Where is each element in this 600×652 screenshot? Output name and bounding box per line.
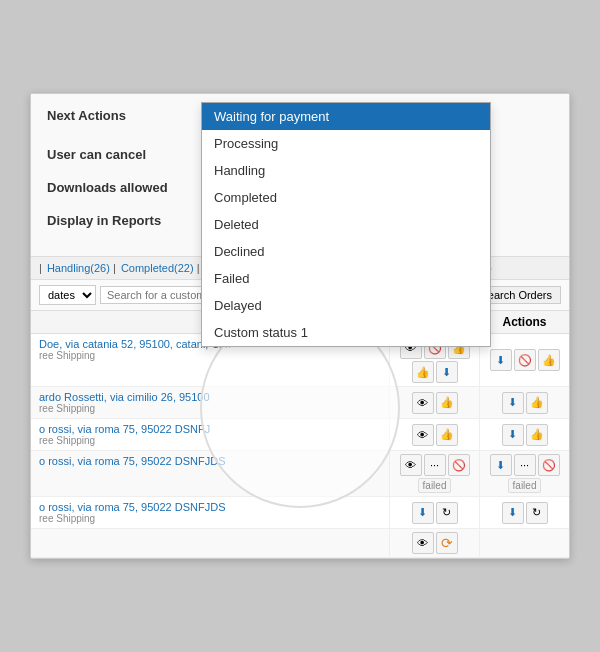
spinner-btn-6[interactable]: ⟳ <box>436 532 458 554</box>
next-actions-label: Next Actions <box>47 108 207 123</box>
order-info-3: o rossi, via roma 75, 95022 DSNFJ ree Sh… <box>31 419 389 450</box>
r-arrow-btn-3[interactable]: ⬇ <box>502 424 524 446</box>
dropdown-item-completed[interactable]: Completed <box>202 184 490 211</box>
tab-sep2: | <box>113 262 119 274</box>
user-can-cancel-label: User can cancel <box>47 147 207 162</box>
table-row: o rossi, via roma 75, 95022 DSNFJDS 👁 ··… <box>31 451 569 497</box>
order-info-4: o rossi, via roma 75, 95022 DSNFJDS <box>31 451 389 496</box>
table-row: 👁 ⟳ <box>31 529 569 558</box>
downloads-allowed-label: Downloads allowed <box>47 180 207 195</box>
order-info-2: ardo Rossetti, via cimilio 26, 95100 ree… <box>31 387 389 418</box>
tab-handling[interactable]: Handling(26) <box>47 262 110 274</box>
r-arrow-btn-5[interactable]: ⬇ <box>502 502 524 524</box>
order-actions-2: 👁 👍 <box>389 387 479 418</box>
view-btn-4[interactable]: 👁 <box>400 454 422 476</box>
dropdown-item-declined[interactable]: Declined <box>202 238 490 265</box>
order-link-2[interactable]: ardo Rossetti, via cimilio 26, 95100 <box>39 391 381 403</box>
r-ban-btn-1[interactable]: 🚫 <box>514 349 536 371</box>
refresh-btn-5[interactable]: ↻ <box>436 502 458 524</box>
dots-btn-4[interactable]: ··· <box>424 454 446 476</box>
order-actions-3: 👁 👍 <box>389 419 479 450</box>
thumb-btn-3[interactable]: 👍 <box>436 424 458 446</box>
r-arrow-btn-2[interactable]: ⬇ <box>502 392 524 414</box>
order-sub-2: ree Shipping <box>39 403 381 414</box>
failed-badge-4: failed <box>418 478 452 493</box>
main-container: Next Actions User can cancel Downloads a… <box>30 93 570 559</box>
order-sub-5: ree Shipping <box>39 513 381 524</box>
right-actions-4: ⬇ ··· 🚫 failed <box>479 451 569 496</box>
labels-col: Next Actions User can cancel Downloads a… <box>47 108 207 246</box>
arrow-btn-5[interactable]: ⬇ <box>412 502 434 524</box>
view-btn-3[interactable]: 👁 <box>412 424 434 446</box>
ban-btn-4[interactable]: 🚫 <box>448 454 470 476</box>
order-actions-6: 👁 ⟳ <box>389 529 479 557</box>
view-btn-2[interactable]: 👁 <box>412 392 434 414</box>
order-sub-1: ree Shipping <box>39 350 381 361</box>
dropdown-item-custom[interactable]: Custom status 1 <box>202 319 490 346</box>
top-section: Next Actions User can cancel Downloads a… <box>31 94 569 257</box>
thumb2-btn-1[interactable]: 👍 <box>412 361 434 383</box>
r-thumb-btn-3[interactable]: 👍 <box>526 424 548 446</box>
order-info-5: o rossi, via roma 75, 95022 DSNFJDS ree … <box>31 497 389 528</box>
r-dots-btn-4[interactable]: ··· <box>514 454 536 476</box>
order-info-6 <box>31 529 389 557</box>
date-filter-select[interactable]: dates <box>39 285 96 305</box>
r-refresh-btn-5[interactable]: ↻ <box>526 502 548 524</box>
dropdown-item-processing[interactable]: Processing <box>202 130 490 157</box>
order-sub-3: ree Shipping <box>39 435 381 446</box>
tab-separator: | <box>39 262 45 274</box>
table-row: ardo Rossetti, via cimilio 26, 95100 ree… <box>31 387 569 419</box>
right-actions-col-header: Actions <box>479 311 569 333</box>
order-link-3[interactable]: o rossi, via roma 75, 95022 DSNFJ <box>39 423 381 435</box>
table-row: o rossi, via roma 75, 95022 DSNFJ ree Sh… <box>31 419 569 451</box>
thumb-btn-2[interactable]: 👍 <box>436 392 458 414</box>
order-link-5[interactable]: o rossi, via roma 75, 95022 DSNFJDS <box>39 501 381 513</box>
right-actions-6 <box>479 529 569 557</box>
order-actions-5: ⬇ ↻ <box>389 497 479 528</box>
r-arrow-btn-1[interactable]: ⬇ <box>490 349 512 371</box>
dropdown-item-deleted[interactable]: Deleted <box>202 211 490 238</box>
arrow-btn-1[interactable]: ⬇ <box>436 361 458 383</box>
right-actions-3: ⬇ 👍 <box>479 419 569 450</box>
table-row: o rossi, via roma 75, 95022 DSNFJDS ree … <box>31 497 569 529</box>
order-link-4[interactable]: o rossi, via roma 75, 95022 DSNFJDS <box>39 455 381 467</box>
r-ban-btn-4[interactable]: 🚫 <box>538 454 560 476</box>
right-actions-5: ⬇ ↻ <box>479 497 569 528</box>
next-actions-dropdown[interactable]: Waiting for payment Processing Handling … <box>201 102 491 347</box>
r-failed-badge-4: failed <box>508 478 542 493</box>
tab-completed[interactable]: Completed(22) <box>121 262 194 274</box>
r-thumb-btn-1[interactable]: 👍 <box>538 349 560 371</box>
r-thumb-btn-2[interactable]: 👍 <box>526 392 548 414</box>
dropdown-item-waiting[interactable]: Waiting for payment <box>202 103 490 130</box>
right-actions-2: ⬇ 👍 <box>479 387 569 418</box>
right-actions-1: ⬇ 🚫 👍 <box>479 334 569 386</box>
dropdown-item-handling[interactable]: Handling <box>202 157 490 184</box>
dropdown-item-delayed[interactable]: Delayed <box>202 292 490 319</box>
display-in-reports-label: Display in Reports <box>47 213 207 228</box>
dropdown-item-failed[interactable]: Failed <box>202 265 490 292</box>
r-arrow-btn-4[interactable]: ⬇ <box>490 454 512 476</box>
order-actions-4: 👁 ··· 🚫 failed <box>389 451 479 496</box>
view-btn-6[interactable]: 👁 <box>412 532 434 554</box>
